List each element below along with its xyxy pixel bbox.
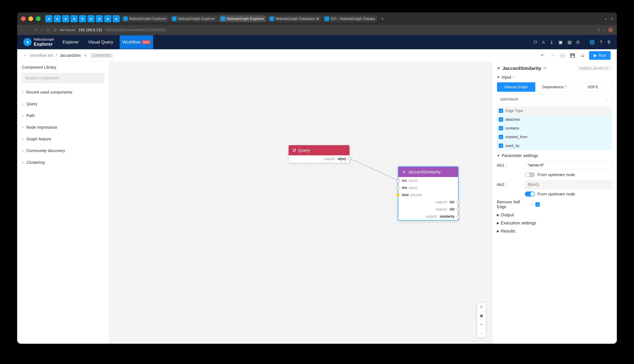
layout-icon[interactable]: ▤	[568, 40, 572, 45]
tab-icon-7[interactable]: ◆	[96, 15, 103, 22]
output-port-id2[interactable]: output1 id2	[398, 206, 458, 213]
checkbox[interactable]: ✓	[499, 135, 503, 139]
tab-icon-9[interactable]: ◆	[113, 15, 120, 22]
tab-nebula-graph[interactable]: Nebula Graph	[497, 82, 536, 92]
edit-icon[interactable]: ✎	[543, 66, 547, 71]
undo-icon[interactable]: ↶	[539, 52, 546, 59]
input-port-ids2[interactable]: ids2 param0	[398, 191, 458, 198]
avatar-icon[interactable]	[608, 28, 613, 32]
checkbox[interactable]: ✓	[499, 117, 503, 122]
space-select[interactable]: openstack ⌄	[497, 94, 612, 104]
category-graph-feature[interactable]: ›Graph feature	[22, 133, 104, 145]
input-port-dst[interactable]: dst input1	[398, 184, 458, 191]
edge-type-header[interactable]: ✓ Edge Type	[497, 106, 612, 115]
print-icon[interactable]: ⎙	[576, 40, 579, 44]
help-icon[interactable]: ?	[513, 76, 514, 79]
maximize-window[interactable]	[36, 16, 40, 21]
minimize-window[interactable]	[28, 16, 33, 21]
edit-name-icon[interactable]: ✎	[84, 53, 87, 58]
category-path[interactable]: ›Path	[22, 110, 104, 122]
layout-tool[interactable]: ⚇	[477, 302, 486, 311]
export-icon[interactable]: ▣	[558, 40, 562, 45]
edge-row[interactable]: ✓used_by	[497, 141, 612, 150]
zoom-in[interactable]: ＋	[477, 320, 486, 329]
nav-explorer[interactable]: Explorer	[60, 35, 82, 49]
graph-icon[interactable]: ⚇	[534, 40, 537, 45]
category-node-importance[interactable]: ›Node importance	[22, 122, 104, 133]
zoom-out[interactable]: －	[477, 329, 486, 338]
category-clustering[interactable]: ›Clustering	[22, 156, 104, 168]
back-button[interactable]: 〈	[21, 28, 24, 32]
nav-workflow[interactable]: WorkflowBeta	[120, 35, 153, 49]
info-icon[interactable]: ⓘ	[54, 28, 57, 32]
category-recent[interactable]: ›Recent used components	[22, 86, 104, 98]
download-icon[interactable]: ⤓	[550, 40, 554, 45]
forward-button[interactable]: 〉	[28, 28, 30, 32]
link-icon[interactable]: ⚲	[607, 40, 610, 45]
tab-icon-8[interactable]: ◆	[104, 15, 112, 22]
tab-icon-2[interactable]: ◆	[54, 15, 61, 22]
output-port-similarity[interactable]: output2 similarity	[398, 213, 458, 220]
output-port-id1[interactable]: output0 id1	[398, 198, 458, 206]
checkbox[interactable]: ✓	[499, 144, 503, 148]
tab-icon-4[interactable]: ◆	[70, 15, 78, 22]
url-input[interactable]: 192.168.8.131:7002/analytics/workflow/21…	[78, 28, 594, 32]
browser-tab[interactable]: NebulaGraph Explorer	[121, 15, 169, 22]
code-icon[interactable]: { }	[559, 52, 566, 59]
bookmark-icon[interactable]: ☐	[598, 28, 600, 32]
tab-icon-6[interactable]: ◆	[87, 15, 94, 22]
save-icon[interactable]: 💾	[569, 52, 576, 59]
input-handle[interactable]	[396, 193, 400, 197]
close-window[interactable]	[21, 16, 26, 21]
trash-icon[interactable]: 🗑	[610, 17, 613, 20]
globe-icon[interactable]: 🌐	[590, 40, 595, 45]
ids1-input[interactable]	[525, 161, 612, 169]
output-handle[interactable]	[456, 214, 460, 218]
category-community[interactable]: ›Community discovery	[22, 145, 104, 156]
query-node[interactable]: ⚙ Query output0 id(m)	[288, 145, 350, 162]
input-section-header[interactable]: ▼ Input ?	[497, 75, 612, 80]
redo-icon[interactable]: ↷	[549, 52, 556, 59]
jaccard-node[interactable]: ✕ JaccardSimilarity src input0 dst input…	[398, 166, 459, 221]
category-query[interactable]: ›Query	[22, 98, 104, 110]
input-handle[interactable]	[396, 186, 400, 190]
remove-self-checkbox[interactable]: ✓	[536, 202, 540, 207]
brand[interactable]: ✦ NebulaGraph Explorer	[24, 38, 54, 46]
workflow-list-link[interactable]: Workflow list	[30, 53, 53, 58]
browser-tab[interactable]: NebulaGraph Database M	[268, 15, 321, 22]
input-handle[interactable]	[396, 178, 400, 182]
back-arrow[interactable]: ←	[24, 53, 28, 58]
edge-row[interactable]: ✓contains	[497, 124, 612, 132]
checkbox-all[interactable]: ✓	[499, 108, 503, 113]
output-handle[interactable]	[456, 200, 460, 204]
checkbox[interactable]: ✓	[499, 126, 503, 130]
tab-icon-5[interactable]: ◆	[79, 15, 86, 22]
home-button[interactable]: ⌂	[41, 28, 42, 32]
reload-button[interactable]: ⟳	[35, 28, 37, 32]
ids2-upstream-toggle[interactable]	[525, 192, 535, 196]
workflow-canvas[interactable]: ⚙ Query output0 id(m) ✕ JaccardSimilarit…	[109, 62, 492, 344]
browser-tab-active[interactable]: NebulaGraph Explorer	[219, 15, 266, 22]
tab-icon-1[interactable]: ◆	[45, 15, 52, 22]
run-button[interactable]: ▶Run	[589, 51, 610, 60]
save-as-icon[interactable]: 🗂	[579, 52, 586, 59]
edge-row[interactable]: ✓created_from	[497, 132, 612, 141]
chevron-down-icon[interactable]: ⌄	[603, 28, 605, 32]
exec-section-header[interactable]: ▶ Execution settings	[497, 220, 612, 226]
ids1-upstream-toggle[interactable]	[525, 172, 535, 177]
output-handle[interactable]	[348, 157, 352, 161]
new-tab-button[interactable]: ＋	[378, 16, 386, 22]
output-handle[interactable]	[456, 207, 460, 211]
tab-icon-3[interactable]: ◆	[62, 15, 69, 22]
nav-visual-query[interactable]: Visual Query	[85, 35, 116, 49]
output-section-header[interactable]: ▶ Output	[497, 212, 612, 218]
browser-tab[interactable]: GO - NebulaGraph Databa	[322, 15, 377, 22]
results-section-header[interactable]: ▶ Results	[497, 229, 612, 234]
param-section-header[interactable]: ▼ Parameter settings	[497, 153, 612, 158]
fit-tool[interactable]: ▣	[477, 311, 486, 320]
shield-icon[interactable]: 🛡	[46, 28, 51, 32]
search-component-input[interactable]: Search component	[22, 73, 104, 83]
tab-hdfs[interactable]: HDFS	[574, 82, 612, 92]
browser-tab[interactable]: NebulaGraph Explorer	[170, 15, 218, 22]
input-port-src[interactable]: src input0	[398, 177, 458, 184]
